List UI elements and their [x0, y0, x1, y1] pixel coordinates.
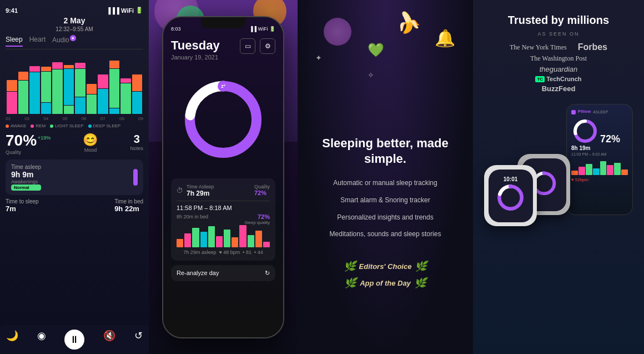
- watch-face-1: 10:01: [489, 169, 533, 222]
- panel-1-sleep-app: 9:41 ▐▐▐ WiFi 🔋 2 May 12:32–9:55 AM Slee…: [0, 0, 149, 354]
- watch-sleep-time: 8h 19m: [571, 145, 628, 151]
- bar-group-11: [132, 74, 143, 114]
- press-techcrunch: TC TechCrunch: [535, 76, 581, 82]
- press-row-1: The New York Times Forbes: [510, 42, 607, 52]
- bar-group-0: [7, 80, 17, 114]
- feature-4: Meditations, sounds and sleep stories: [330, 230, 441, 239]
- time-in-bed-label: Time in bed: [114, 198, 143, 205]
- phone-settings-btn[interactable]: ⚙: [260, 38, 275, 54]
- watch-time-range: 11:03 PM – 9:02 AM: [571, 152, 628, 156]
- deep-label: DEEP SLEEP: [93, 123, 121, 128]
- mini-ring: [571, 117, 599, 145]
- time-asleep-info: Time asleep 9h 9m Awakenings Normal: [11, 164, 41, 191]
- fall-asleep-label: Time to sleep: [6, 198, 39, 205]
- sleep-quality-label: Sleep quality: [177, 220, 270, 225]
- heart-icon: ♥: [571, 177, 574, 182]
- chart-legend: AWAKE REM LIGHT SLEEP DEEP SLEEP: [6, 123, 143, 128]
- fall-asleep-val: 7m: [6, 205, 39, 213]
- stat-quality: Quality 72%: [254, 184, 270, 197]
- panel-3-features: ✦ ✦ ✧ 🔔 💚 🍌 Sleeping better, made simple…: [298, 0, 473, 354]
- nav-sound[interactable]: 🔇: [103, 330, 115, 350]
- legend-light: LIGHT SLEEP: [50, 123, 83, 128]
- laurel-right-1: 🌿: [415, 260, 427, 272]
- legend-deep: DEEP SLEEP: [88, 123, 121, 128]
- tab-sleep[interactable]: Sleep: [6, 36, 23, 47]
- signal-icon: ▐▐▐: [106, 7, 119, 14]
- bar-group-5: [64, 65, 74, 114]
- watch-mini-chart: [571, 158, 628, 175]
- tc-logo: TC: [535, 76, 545, 82]
- time-in-bed-metric: Time in bed 9h 22m: [114, 198, 143, 213]
- quality-metric: 70% +19% Quality: [6, 133, 51, 155]
- phone-time: 8:03: [171, 26, 181, 32]
- nav-play-pause[interactable]: ⏸: [64, 330, 84, 350]
- watch-percent: 72%: [600, 133, 620, 145]
- quality-label: Quality: [6, 149, 51, 155]
- svg-text:z²: z²: [221, 83, 225, 89]
- rem-label: REM: [36, 123, 46, 128]
- apple-watch-1: 10:01: [484, 165, 537, 226]
- tab-heart[interactable]: Heart: [29, 36, 46, 47]
- press-logos-section: The New York Times Forbes The Washington…: [484, 42, 633, 93]
- press-row-3: theguardian: [540, 65, 578, 73]
- time-asleep-block: Time asleep 9h 9m Awakenings Normal: [6, 159, 143, 195]
- sleep-bar-indicator: [133, 169, 138, 186]
- phone-stats-block: ⏱ Time Asleep 7h 29m Quality 72% 11:58 P…: [171, 178, 275, 261]
- sparkle-3: ✧: [368, 71, 374, 79]
- bar-group-2: [29, 66, 40, 114]
- phone-card: Pillow ASLEEP 72% 8h 19m 11:03 PM – 9:02…: [566, 104, 633, 215]
- heart-stats-row: 7h 29m asleep ♥ 48 bpm • 81 • 44: [177, 250, 270, 255]
- feature-2: Smart alarm & Snoring tracker: [330, 196, 441, 205]
- wifi-icon: WiFi: [121, 7, 134, 14]
- tabs-row-1: Sleep Heart Audio●: [6, 36, 143, 49]
- panel-2-phone-mockup: 8:03 ▐▐ WiFi 🔋 Tuesday January 19, 2021 …: [149, 0, 298, 354]
- quality-change: +19%: [38, 135, 51, 141]
- quality-lbl2: Quality: [254, 184, 270, 190]
- heart-rate: 48 bpm: [223, 250, 240, 255]
- status-bar-1: 9:41 ▐▐▐ WiFi 🔋: [6, 7, 143, 14]
- asleep-label: ASLEEP: [593, 110, 608, 114]
- fall-asleep-metric: Time to sleep 7m: [6, 198, 39, 213]
- watch-phones-section: Pillow ASLEEP 72% 8h 19m 11:03 PM – 9:02…: [484, 104, 633, 226]
- clock-icon: ⏱: [177, 187, 183, 195]
- bottom-metrics-row: Time to sleep 7m Time in bed 9h 22m: [6, 198, 143, 213]
- sparkle-1: ✦: [315, 53, 322, 62]
- phone-signal: ▐▐ WiFi 🔋: [249, 26, 275, 32]
- nav-stats[interactable]: ◉: [37, 330, 46, 350]
- time-asleep-label: Time asleep: [11, 164, 41, 170]
- battery-icon: 🔋: [135, 7, 143, 14]
- tab-audio[interactable]: Audio●: [52, 36, 76, 47]
- time-asleep-row: Time asleep 9h 9m Awakenings Normal: [11, 164, 138, 191]
- legend-awake: AWAKE: [6, 123, 26, 128]
- deco-green-shape: 💚: [368, 42, 384, 58]
- as-seen-on-label: AS SEEN ON: [537, 31, 579, 37]
- date-header-1: 2 May: [6, 16, 143, 25]
- feature-3: Personalized insights and trends: [330, 213, 441, 222]
- bar-group-4: [52, 62, 63, 114]
- press-row-4: TC TechCrunch: [535, 76, 581, 82]
- svg-point-11: [542, 171, 546, 175]
- bar-group-8: [98, 74, 108, 114]
- time-asleep-val2: 7h 29m: [187, 190, 214, 197]
- editors-choice-badge: 🌿 Editors' Choice 🌿: [344, 260, 427, 272]
- features-list: Automatic or manual sleep tracking Smart…: [330, 178, 441, 247]
- phone-calendar-btn[interactable]: ▭: [240, 38, 255, 54]
- watch-clock-time: 10:01: [495, 176, 526, 182]
- notes-metric: 3 Notes: [130, 133, 143, 155]
- bar-group-6: [75, 63, 85, 114]
- time-in-bed-val: 9h 22m: [114, 205, 143, 213]
- press-row-5: BuzzFeed: [542, 84, 576, 93]
- reanalyze-row[interactable]: Re-analyze day ↻: [171, 265, 275, 281]
- reanalyze-label: Re-analyze day: [177, 270, 219, 276]
- nav-refresh[interactable]: ↺: [134, 330, 143, 350]
- bar-group-9: [109, 61, 120, 114]
- laurel-left-2: 🌿: [344, 277, 356, 289]
- laurel-left-1: 🌿: [344, 260, 356, 272]
- pillow-app-name: Pillow: [578, 109, 591, 114]
- trusted-title: Trusted by millions: [508, 13, 609, 27]
- deco-bell: 🔔: [435, 28, 455, 48]
- app-of-day-label: App of the Day: [360, 279, 411, 287]
- nav-sleep[interactable]: 🌙: [6, 330, 18, 350]
- awards-section: 🌿 Editors' Choice 🌿 🌿 App of the Day 🌿: [344, 260, 427, 289]
- metrics-row: 70% +19% Quality 😊 Mood 3 Notes: [6, 133, 143, 155]
